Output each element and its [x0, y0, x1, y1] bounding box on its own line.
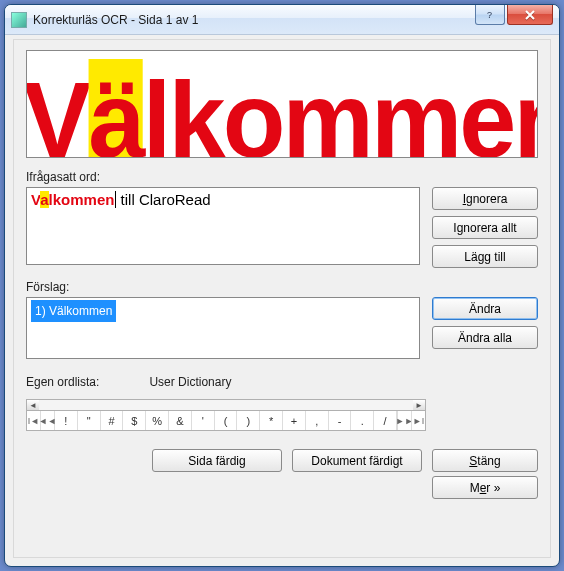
- page-done-button[interactable]: Sida färdig: [152, 449, 282, 472]
- client-area: Välkommen Ifrågasatt ord: Valkommen till…: [13, 39, 551, 558]
- charmap-last-icon[interactable]: ►I: [411, 411, 425, 430]
- suggestions-listbox[interactable]: 1) Välkommen: [26, 297, 420, 359]
- char-cell[interactable]: /: [374, 411, 397, 430]
- add-button[interactable]: Lägg till: [432, 245, 538, 268]
- char-cell[interactable]: ): [237, 411, 260, 430]
- ignore-all-button[interactable]: Ignorera allt: [432, 216, 538, 239]
- char-cell[interactable]: !: [55, 411, 78, 430]
- change-all-button[interactable]: Ändra alla: [432, 326, 538, 349]
- more-button[interactable]: Mer »: [432, 476, 538, 499]
- preview-highlight: ä: [89, 59, 143, 158]
- char-cell[interactable]: (: [215, 411, 238, 430]
- charmap-prev-icon[interactable]: ◄◄: [41, 411, 55, 430]
- preview-pre: V: [26, 59, 89, 158]
- char-cell[interactable]: ': [192, 411, 215, 430]
- char-cell[interactable]: &: [169, 411, 192, 430]
- app-icon: [11, 12, 27, 28]
- suggestions-label: Förslag:: [26, 280, 538, 294]
- questioned-label: Ifrågasatt ord:: [26, 170, 538, 184]
- close-button[interactable]: [507, 5, 553, 25]
- scroll-right-icon[interactable]: ►: [413, 400, 425, 410]
- titlebar[interactable]: Korrekturläs OCR - Sida 1 av 1 ?: [5, 5, 559, 35]
- suggestion-item[interactable]: 1) Välkommen: [31, 300, 116, 322]
- svg-text:?: ?: [487, 10, 492, 20]
- char-cell[interactable]: %: [146, 411, 169, 430]
- window-title: Korrekturläs OCR - Sida 1 av 1: [33, 13, 475, 27]
- char-cell[interactable]: $: [123, 411, 146, 430]
- change-button[interactable]: Ändra: [432, 297, 538, 320]
- character-map: ◄ ► I◄ ◄◄ ! " # $ % & ' ( ) * +: [26, 399, 426, 431]
- char-cell[interactable]: ": [78, 411, 101, 430]
- own-dictionary-label: Egen ordlista:: [26, 375, 99, 389]
- ignore-button[interactable]: Ignorera: [432, 187, 538, 210]
- scroll-left-icon[interactable]: ◄: [27, 400, 39, 410]
- word-preview: Välkommen: [26, 50, 538, 158]
- dialog-window: Korrekturläs OCR - Sida 1 av 1 ? Välkomm…: [4, 4, 560, 567]
- help-button[interactable]: ?: [475, 5, 505, 25]
- char-cell[interactable]: ,: [306, 411, 329, 430]
- questioned-textbox[interactable]: Valkommen till ClaroRead: [26, 187, 420, 265]
- char-cell[interactable]: +: [283, 411, 306, 430]
- preview-post: lkommen: [143, 59, 538, 158]
- close-dialog-button[interactable]: Stäng: [432, 449, 538, 472]
- document-done-button[interactable]: Dokument färdigt: [292, 449, 422, 472]
- charmap-scrollbar[interactable]: ◄ ►: [26, 399, 426, 411]
- char-cell[interactable]: .: [351, 411, 374, 430]
- dictionary-name: User Dictionary: [149, 375, 231, 389]
- char-cell[interactable]: -: [329, 411, 352, 430]
- char-cell[interactable]: #: [101, 411, 124, 430]
- charmap-next-icon[interactable]: ►►: [397, 411, 411, 430]
- char-cell[interactable]: *: [260, 411, 283, 430]
